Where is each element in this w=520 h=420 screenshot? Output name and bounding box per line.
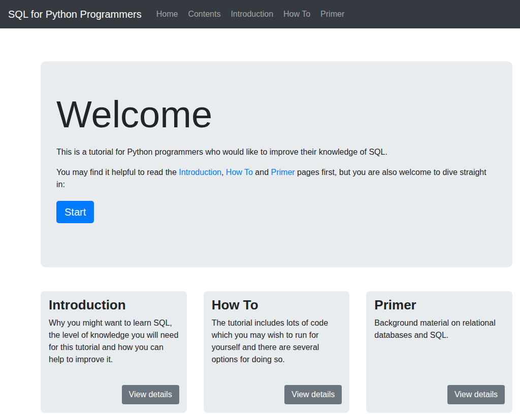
card-introduction-text: Why you might want to learn SQL, the lev… (49, 317, 179, 366)
card-how-to-view-details-button[interactable]: View details (284, 385, 342, 404)
nav-item-how-to[interactable]: How To (278, 6, 315, 22)
nav-item-introduction[interactable]: Introduction (225, 6, 278, 22)
card-how-to-title: How To (212, 297, 342, 313)
card-primer: Primer Background material on relational… (366, 291, 512, 413)
intro-paragraph: This is a tutorial for Python programmer… (56, 146, 497, 158)
links-paragraph: You may find it helpful to read the Intr… (56, 166, 497, 191)
card-introduction-title: Introduction (49, 297, 179, 313)
links-paragraph-pre: You may find it helpful to read the (56, 168, 179, 177)
navbar: SQL for Python Programmers Home Contents… (0, 0, 520, 28)
card-primer-title: Primer (374, 297, 504, 313)
main-content: Welcome This is a tutorial for Python pr… (41, 61, 512, 413)
navbar-brand[interactable]: SQL for Python Programmers (8, 9, 142, 20)
card-primer-view-details-button[interactable]: View details (447, 385, 505, 404)
links-paragraph-sep2: and (253, 168, 271, 177)
cards-row: Introduction Why you might want to learn… (41, 291, 512, 413)
start-button[interactable]: Start (56, 201, 94, 223)
card-how-to: How To The tutorial includes lots of cod… (204, 291, 350, 413)
nav-item-contents[interactable]: Contents (183, 6, 225, 22)
card-how-to-text: The tutorial includes lots of code which… (212, 317, 342, 366)
links-paragraph-sep1: , (221, 168, 226, 177)
navbar-menu: Home Contents Introduction How To Primer (151, 10, 350, 19)
card-introduction: Introduction Why you might want to learn… (41, 291, 187, 413)
card-primer-text: Background material on relational databa… (374, 317, 504, 341)
card-introduction-view-details-button[interactable]: View details (122, 385, 179, 404)
how-to-link[interactable]: How To (226, 168, 253, 177)
page-title: Welcome (56, 93, 497, 136)
nav-item-primer[interactable]: Primer (315, 6, 349, 22)
primer-link[interactable]: Primer (271, 168, 295, 177)
introduction-link[interactable]: Introduction (179, 168, 221, 177)
nav-item-home[interactable]: Home (151, 6, 183, 22)
welcome-jumbotron: Welcome This is a tutorial for Python pr… (41, 61, 512, 267)
